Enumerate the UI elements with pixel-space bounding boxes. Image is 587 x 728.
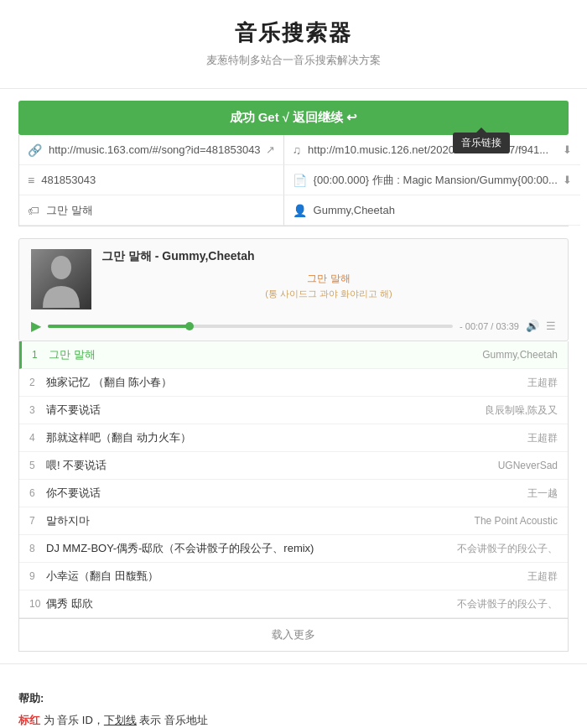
help-section: 帮助: 标红 为 音乐 ID，下划线 表示 音乐地址 蜻蜓 FM 的音乐 ID … (0, 676, 587, 728)
field-netease-url: 🔗 http://music.163.com/#/song?id=4818530… (19, 135, 284, 165)
header-divider (0, 88, 587, 89)
download-music-button[interactable]: ⬇ (563, 143, 572, 156)
progress-dot (185, 322, 194, 330)
album-art-inner (31, 249, 91, 309)
track-number: 10 (29, 598, 46, 610)
open-url-button[interactable]: ↗ (266, 143, 275, 156)
field-song-name: 🏷 그만 말해 (19, 195, 284, 226)
list-icon: ≡ (28, 174, 34, 187)
track-artist: 王一越 (527, 486, 558, 501)
track-item[interactable]: 5 喂! 不要说话 UGNeverSad (19, 452, 568, 480)
page-header: 音乐搜索器 麦葱特制多站合一音乐搜索解决方案 (0, 0, 587, 76)
player-info: 그만 말해 - Gummy,Cheetah 그만 말해 (통 사이드그 과야 화… (101, 249, 556, 302)
track-item[interactable]: 2 独家记忆 （翻自 陈小春） 王超群 (19, 369, 568, 397)
track-item[interactable]: 6 你不要说话 王一越 (19, 480, 568, 507)
doc-icon: 📄 (293, 174, 307, 187)
player-top: 그만 말해 - Gummy,Cheetah 그만 말해 (통 사이드그 과야 화… (31, 249, 556, 309)
track-number: 4 (29, 432, 46, 444)
album-art-svg (31, 249, 91, 309)
track-artist: 王超群 (527, 431, 558, 445)
track-artist: The Point Acoustic (475, 515, 558, 527)
progress-fill (48, 325, 190, 328)
link-icon: 🔗 (28, 143, 42, 157)
track-name: DJ MMZ-BOY-偶秀-邸欣（不会讲骰子的段公子、remix) (46, 541, 457, 556)
track-name: 独家记忆 （翻自 陈小春） (46, 375, 527, 390)
track-number: 3 (29, 404, 46, 416)
music-url-value: http://m10.music.126.net/20200614111417/… (308, 143, 558, 156)
help-desc: 标红 为 音乐 ID，下划线 表示 音乐地址 (18, 713, 569, 728)
field-artist: 👤 Gummy,Cheetah (284, 195, 580, 226)
lyrics-line-1: 그만 말해 (101, 271, 556, 287)
track-item[interactable]: 1 그만 말해 Gummy,Cheetah (19, 341, 568, 369)
track-number: 6 (29, 487, 46, 499)
track-name: 请不要说话 (46, 403, 485, 418)
svg-point-2 (51, 256, 71, 279)
success-bar-wrapper: 成功 Get √ 返回继续 ↩ 音乐链接 (18, 101, 569, 135)
music-note-icon: ♫ (293, 143, 302, 157)
track-item[interactable]: 9 小幸运（翻自 田馥甄） 王超群 (19, 563, 568, 590)
player-ctrl-icons: 🔊 ☰ (526, 320, 556, 332)
song-id-value: 481853043 (41, 174, 274, 186)
song-title: 그만 말해 - Gummy,Cheetah (101, 249, 556, 264)
progress-bar[interactable] (48, 325, 453, 328)
track-name: 小幸运（翻自 田馥甄） (46, 569, 527, 584)
play-button[interactable]: ▶ (31, 318, 41, 334)
highlight-underline-text: 下划线 (104, 714, 137, 726)
highlight-red-text: 标红 (18, 714, 40, 726)
track-item[interactable]: 7 말하지마 The Point Acoustic (19, 507, 568, 535)
success-label: 成功 Get √ 返回继续 ↩ (230, 110, 358, 124)
track-name: 그만 말해 (49, 347, 482, 362)
lyrics-line-2: (통 사이드그 과야 화야리고 해) (101, 287, 556, 302)
track-artist: 王超群 (527, 376, 558, 390)
page-title: 音乐搜索器 (0, 18, 587, 48)
track-artist: 良辰制噪,陈及又 (485, 403, 558, 418)
song-name-value: 그만 말해 (46, 203, 275, 218)
track-name: 偶秀 邸欣 (46, 596, 457, 611)
track-name: 말하지마 (46, 513, 475, 528)
track-name: 那就这样吧（翻自 动力火车） (46, 430, 527, 445)
page-subtitle: 麦葱特制多站合一音乐搜索解决方案 (0, 53, 587, 68)
player-card: 그만 말해 - Gummy,Cheetah 그만 말해 (통 사이드그 과야 화… (18, 238, 569, 341)
track-list: 1 그만 말해 Gummy,Cheetah 2 独家记忆 （翻自 陈小春） 王超… (18, 341, 569, 619)
tag-icon: 🏷 (28, 204, 39, 217)
player-controls: ▶ - 00:07 / 03:39 🔊 ☰ (31, 318, 556, 341)
download-lrc-button[interactable]: ⬇ (563, 174, 572, 186)
time-display: - 00:07 / 03:39 (460, 321, 519, 331)
main-content: 成功 Get √ 返回继续 ↩ 音乐链接 🔗 http://music.163.… (0, 101, 587, 652)
track-number: 1 (32, 349, 49, 361)
track-number: 5 (29, 460, 46, 471)
load-more-button[interactable]: 载入更多 (18, 619, 569, 652)
track-artist: 不会讲骰子的段公子、 (457, 542, 558, 556)
track-number: 2 (29, 377, 46, 388)
track-item[interactable]: 3 请不要说话 良辰制噪,陈及又 (19, 397, 568, 424)
field-music-url: ♫ http://m10.music.126.net/2020061411141… (284, 135, 580, 165)
list-toggle-icon[interactable]: ☰ (546, 320, 556, 332)
volume-icon[interactable]: 🔊 (526, 320, 539, 332)
netease-url-value: http://music.163.com/#/song?id=481853043 (49, 143, 261, 156)
track-artist: 王超群 (527, 569, 558, 584)
help-title: 帮助: (18, 691, 569, 706)
track-artist: 不会讲骰子的段公子、 (457, 597, 558, 611)
track-number: 7 (29, 515, 46, 527)
track-artist: UGNeverSad (498, 460, 558, 471)
track-item[interactable]: 8 DJ MMZ-BOY-偶秀-邸欣（不会讲骰子的段公子、remix) 不会讲骰… (19, 535, 568, 563)
track-name: 喂! 不要说话 (46, 458, 498, 473)
album-art (31, 249, 91, 309)
lrc-value: {00:00.000} 作曲 : Magic Mansion/Gummy{00:… (314, 173, 558, 188)
track-item[interactable]: 10 偶秀 邸欣 不会讲骰子的段公子、 (19, 590, 568, 618)
lyrics-area: 그만 말해 (통 사이드그 과야 화야리고 해) (101, 271, 556, 302)
content-divider (0, 663, 587, 664)
tooltip-music-link: 音乐链接 (453, 133, 510, 153)
track-item[interactable]: 4 那就这样吧（翻自 动力火车） 王超群 (19, 424, 568, 452)
track-name: 你不要说话 (46, 486, 527, 501)
field-song-id: ≡ 481853043 (19, 165, 284, 195)
track-artist: Gummy,Cheetah (482, 349, 558, 361)
field-lrc: 📄 {00:00.000} 作曲 : Magic Mansion/Gummy{0… (284, 165, 580, 195)
person-icon: 👤 (293, 204, 307, 217)
artist-value: Gummy,Cheetah (314, 204, 572, 216)
track-number: 9 (29, 570, 46, 582)
track-number: 8 (29, 543, 46, 554)
